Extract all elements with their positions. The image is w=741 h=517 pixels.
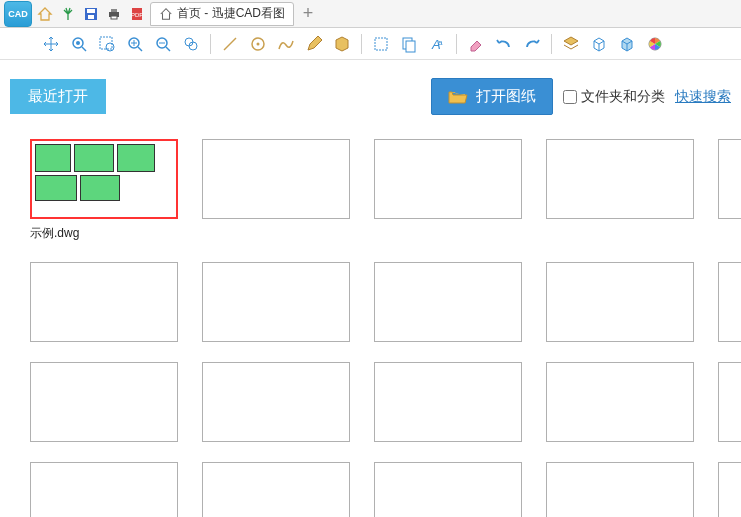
content-area: 最近打开 打开图纸 文件夹和分类 快速搜索 示例.dwg [0,60,741,517]
file-cell[interactable] [374,362,522,442]
colorwheel-icon[interactable] [644,33,666,55]
file-cell[interactable] [374,139,522,242]
header-row: 最近打开 打开图纸 文件夹和分类 快速搜索 [10,78,731,115]
file-thumbnail[interactable] [374,362,522,442]
svg-rect-2 [88,15,94,19]
svg-text:a: a [438,38,443,47]
file-cell[interactable] [718,139,741,242]
file-thumbnail[interactable] [202,262,350,342]
redo-icon[interactable] [521,33,543,55]
file-thumbnail[interactable] [718,362,741,442]
file-thumbnail[interactable] [202,139,350,219]
quick-search-link[interactable]: 快速搜索 [675,88,731,106]
svg-point-12 [106,43,114,51]
file-cell[interactable] [202,362,350,442]
file-cell[interactable]: 示例.dwg [30,139,178,242]
file-thumbnail[interactable] [718,262,741,342]
file-cell[interactable] [30,262,178,342]
file-thumbnail[interactable] [374,462,522,517]
file-cell[interactable] [546,362,694,442]
crop-icon[interactable] [370,33,392,55]
app-logo: CAD [4,1,32,27]
preview-shape [117,144,155,172]
toolbar-separator [361,34,362,54]
file-thumbnail[interactable] [374,262,522,342]
new-tab-button[interactable]: + [297,3,319,25]
svg-line-14 [138,47,142,51]
file-thumbnail[interactable] [202,362,350,442]
file-cell[interactable] [374,462,522,517]
copy-icon[interactable] [398,33,420,55]
svg-rect-1 [87,9,95,13]
text-icon[interactable]: Aa [426,33,448,55]
file-cell[interactable] [202,262,350,342]
file-thumbnail[interactable] [718,462,741,517]
layer-icon[interactable] [560,33,582,55]
file-cell[interactable] [718,262,741,342]
file-cell[interactable] [30,462,178,517]
svg-rect-27 [406,41,415,52]
right-controls: 打开图纸 文件夹和分类 快速搜索 [431,78,731,115]
recent-files-tab[interactable]: 最近打开 [10,79,106,114]
palm-icon[interactable] [58,4,78,24]
svg-line-18 [166,47,170,51]
toolbar-separator [456,34,457,54]
file-cell[interactable] [546,262,694,342]
file-name-label: 示例.dwg [30,225,178,242]
file-thumbnail[interactable] [30,362,178,442]
file-cell[interactable] [546,462,694,517]
zoom-realtime-icon[interactable] [180,33,202,55]
box3d-icon[interactable] [588,33,610,55]
svg-rect-4 [111,9,117,12]
file-cell[interactable] [718,362,741,442]
circle-icon[interactable] [247,33,269,55]
file-thumbnail[interactable] [546,139,694,219]
region-icon[interactable] [331,33,353,55]
pdf-icon[interactable]: PDF [127,4,147,24]
file-cell[interactable] [30,362,178,442]
file-thumbnail[interactable] [202,462,350,517]
file-thumbnail[interactable] [30,139,178,219]
title-bar: CAD PDF 首页 - 迅捷CAD看图 + [0,0,741,28]
toolbar-separator [551,34,552,54]
zoom-extents-icon[interactable] [68,33,90,55]
file-thumbnail[interactable] [546,362,694,442]
eraser-icon[interactable] [465,33,487,55]
folder-category-input[interactable] [563,90,577,104]
file-thumbnail[interactable] [374,139,522,219]
line-icon[interactable] [219,33,241,55]
preview-shape [80,175,120,201]
svg-line-9 [82,47,86,51]
open-drawing-button[interactable]: 打开图纸 [431,78,553,115]
folder-category-checkbox[interactable]: 文件夹和分类 [563,88,665,106]
pan-icon[interactable] [40,33,62,55]
home-icon[interactable] [35,4,55,24]
zoom-window-icon[interactable] [96,33,118,55]
svg-rect-5 [111,16,117,19]
file-thumbnail[interactable] [718,139,741,219]
cube-icon[interactable] [616,33,638,55]
file-cell[interactable] [718,462,741,517]
polyline-icon[interactable] [275,33,297,55]
file-thumbnail[interactable] [30,462,178,517]
file-thumbnail[interactable] [30,262,178,342]
print-icon[interactable] [104,4,124,24]
svg-point-10 [76,41,80,45]
zoom-out-icon[interactable] [152,33,174,55]
file-cell[interactable] [374,262,522,342]
window-tab[interactable]: 首页 - 迅捷CAD看图 [150,2,294,26]
folder-open-icon [448,89,468,105]
tab-home-icon [159,7,173,21]
file-cell[interactable] [546,139,694,242]
save-icon[interactable] [81,4,101,24]
file-thumbnail[interactable] [546,262,694,342]
file-cell[interactable] [202,139,350,242]
pencil-icon[interactable] [303,33,325,55]
toolbar: Aa [0,28,741,60]
zoom-in-icon[interactable] [124,33,146,55]
undo-icon[interactable] [493,33,515,55]
svg-line-22 [224,38,236,50]
file-thumbnail[interactable] [546,462,694,517]
svg-point-24 [257,42,260,45]
file-cell[interactable] [202,462,350,517]
